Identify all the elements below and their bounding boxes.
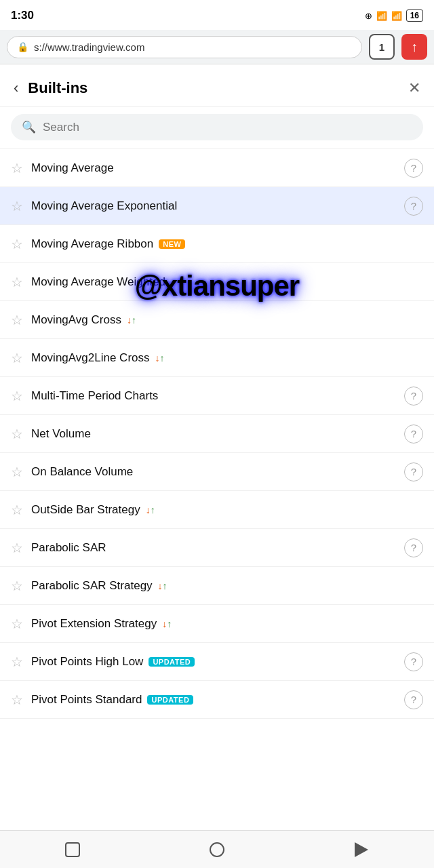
item-name: Pivot Extension Strategy [31,617,157,631]
item-name: On Balance Volume [31,465,133,479]
star-icon[interactable]: ☆ [11,236,23,252]
square-icon [65,842,80,857]
back-triangle-icon [355,842,368,857]
item-name: MovingAvg2Line Cross [31,351,150,365]
help-icon[interactable]: ? [404,159,423,178]
badge-updated: UPDATED [147,695,193,705]
item-name: Net Volume [31,427,91,441]
arrows-icon: ↓↑ [155,353,165,363]
list-item[interactable]: ☆Pivot Extension Strategy↓↑ [0,605,434,643]
battery-level: 16 [406,9,423,22]
list-item[interactable]: ☆Pivot Points High LowUPDATED? [0,643,434,681]
item-label: Parabolic SAR [31,541,396,555]
help-icon[interactable]: ? [404,387,423,406]
star-icon[interactable]: ☆ [11,198,23,214]
star-icon[interactable]: ☆ [11,388,23,404]
arrows-icon: ↓↑ [162,618,172,629]
battery-icon: ⊕ [365,11,372,21]
lock-icon: 🔒 [17,41,28,52]
list-item[interactable]: ☆Moving Average? [0,149,434,187]
item-label: Pivot Extension Strategy↓↑ [31,617,423,631]
item-label: Net Volume [31,427,396,441]
url-bar[interactable]: 🔒 s://www.tradingview.com [7,36,362,58]
search-icon: 🔍 [22,120,36,134]
item-name: Pivot Points Standard [31,693,142,707]
help-icon[interactable]: ? [404,462,423,481]
panel: ‹ Built-ins ✕ 🔍 @xtiansuper ☆Moving Aver… [0,71,434,719]
item-label: Multi-Time Period Charts [31,389,396,403]
nav-home-button[interactable] [200,837,234,862]
star-icon[interactable]: ☆ [11,274,23,290]
bottom-nav [0,830,434,868]
item-name: Moving Average [31,161,114,175]
list-item[interactable]: ☆Parabolic SAR? [0,529,434,567]
help-icon[interactable]: ? [404,538,423,557]
star-icon[interactable]: ☆ [11,312,23,328]
nav-square-button[interactable] [56,837,90,862]
list-item[interactable]: ☆Pivot Points StandardUPDATED? [0,681,434,719]
status-time: 1:30 [11,9,34,22]
tab-count-button[interactable]: 1 [369,34,395,60]
arrows-icon: ↓↑ [158,580,167,591]
item-label: Moving Average Weighted [31,275,423,289]
circle-icon [210,842,224,857]
item-name: MovingAvg Cross [31,313,121,327]
item-name: Parabolic SAR Strategy [31,579,153,593]
status-bar: 1:30 ⊕ 📶 📶 16 [0,0,434,30]
panel-header: ‹ Built-ins ✕ [0,71,434,107]
star-icon[interactable]: ☆ [11,464,23,480]
item-label: MovingAvg Cross↓↑ [31,313,423,327]
list-item[interactable]: ☆OutSide Bar Strategy↓↑ [0,491,434,529]
item-label: Moving Average RibbonNEW [31,237,423,251]
star-icon[interactable]: ☆ [11,426,23,442]
nav-back-button[interactable] [344,837,378,862]
star-icon[interactable]: ☆ [11,692,23,708]
item-label: On Balance Volume [31,465,396,479]
list-item[interactable]: ☆Moving Average Exponential? [0,187,434,225]
arrows-icon: ↓↑ [127,315,136,326]
star-icon[interactable]: ☆ [11,160,23,176]
item-name: Multi-Time Period Charts [31,389,158,403]
list-item[interactable]: ☆On Balance Volume? [0,453,434,491]
list-item[interactable]: ☆Multi-Time Period Charts? [0,377,434,415]
browser-bar: 🔒 s://www.tradingview.com 1 ↑ [0,30,434,64]
item-label: OutSide Bar Strategy↓↑ [31,503,423,517]
arrows-icon: ↓↑ [146,505,155,515]
star-icon[interactable]: ☆ [11,350,23,366]
help-icon[interactable]: ? [404,652,423,671]
badge-updated: UPDATED [149,657,195,667]
upload-icon: ↑ [411,39,418,55]
help-icon[interactable]: ? [404,197,423,216]
item-name: Parabolic SAR [31,541,106,555]
indicator-list: ☆Moving Average?☆Moving Average Exponent… [0,149,434,719]
signal-icon: 📶 [391,11,402,21]
search-input[interactable] [43,121,412,134]
url-text: s://www.tradingview.com [34,41,144,53]
list-item[interactable]: ☆MovingAvg Cross↓↑ [0,301,434,339]
list-item[interactable]: ☆Moving Average RibbonNEW [0,225,434,263]
list-item[interactable]: ☆Net Volume? [0,415,434,453]
panel-title: Built-ins [28,79,408,97]
list-item[interactable]: ☆MovingAvg2Line Cross↓↑ [0,339,434,377]
star-icon[interactable]: ☆ [11,654,23,670]
status-icons: ⊕ 📶 📶 16 [365,9,423,22]
star-icon[interactable]: ☆ [11,616,23,632]
search-box[interactable]: 🔍 [11,114,423,140]
star-icon[interactable]: ☆ [11,578,23,594]
item-label: MovingAvg2Line Cross↓↑ [31,351,423,365]
upload-button[interactable]: ↑ [401,34,427,60]
help-icon[interactable]: ? [404,690,423,709]
close-button[interactable]: ✕ [408,79,420,97]
item-name: Moving Average Exponential [31,199,177,213]
back-button[interactable]: ‹ [14,79,28,97]
item-name: Pivot Points High Low [31,655,143,669]
star-icon[interactable]: ☆ [11,540,23,556]
item-label: Moving Average Exponential [31,199,396,213]
sim-icon: 📶 [376,11,387,21]
badge-new: NEW [159,239,185,249]
item-label: Parabolic SAR Strategy↓↑ [31,579,423,593]
list-item[interactable]: ☆Moving Average Weighted [0,263,434,301]
list-item[interactable]: ☆Parabolic SAR Strategy↓↑ [0,567,434,605]
help-icon[interactable]: ? [404,425,423,443]
star-icon[interactable]: ☆ [11,502,23,518]
